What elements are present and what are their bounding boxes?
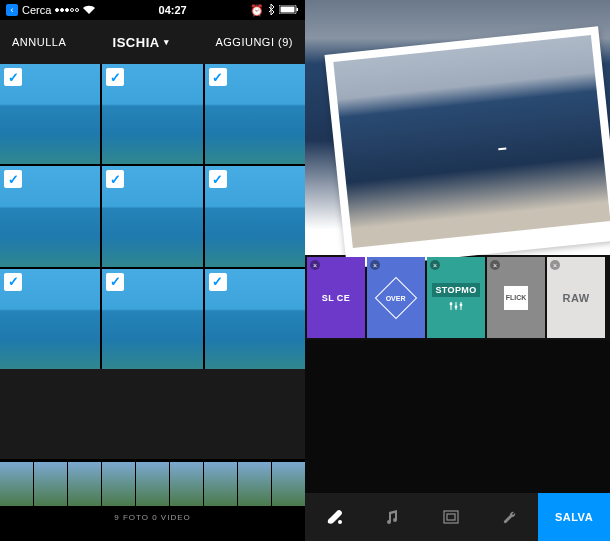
paint-icon[interactable] [305,508,363,526]
filter-tile-over[interactable]: × OVER [367,257,425,338]
filter-tile-raw[interactable]: × RAW [547,257,605,338]
phone-left: ‹ Cerca 04:27 ⏰ ANNULLA ISCHIA ▾ AGGIUNG [0,0,305,541]
wrench-icon[interactable] [480,509,538,525]
empty-space [0,369,305,459]
close-icon[interactable]: × [370,260,380,270]
svg-point-7 [455,305,458,308]
photo-cell[interactable]: ✓ [102,269,202,369]
preview-photo [333,35,610,248]
album-title-dropdown[interactable]: ISCHIA ▾ [113,35,170,50]
save-button[interactable]: SALVA [538,493,610,541]
strip-thumb[interactable] [136,462,169,506]
frame-icon[interactable] [422,510,480,524]
wifi-icon [83,4,95,16]
battery-icon [279,4,299,16]
check-icon: ✓ [106,170,124,188]
strip-thumb[interactable] [34,462,67,506]
check-icon: ✓ [209,170,227,188]
filter-row: × SL CE × OVER × STOPMO × FLICK × RAW [305,255,610,340]
svg-point-6 [450,302,453,305]
photo-cell[interactable]: ✓ [102,166,202,266]
photo-grid: ✓ ✓ ✓ ✓ ✓ ✓ ✓ ✓ ✓ [0,64,305,369]
close-icon[interactable]: × [550,260,560,270]
svg-rect-2 [296,8,298,11]
photo-cell[interactable]: ✓ [0,269,100,369]
status-time: 04:27 [159,4,187,16]
diamond-icon: OVER [375,276,417,318]
footer-count: 9 FOTO 0 VIDEO [0,509,305,528]
back-chevron-icon[interactable]: ‹ [6,4,18,16]
filter-tile-slice[interactable]: × SL CE [307,257,365,338]
close-icon[interactable]: × [430,260,440,270]
add-button[interactable]: AGGIUNGI (9) [215,36,293,48]
photo-cell[interactable]: ✓ [0,64,100,164]
photo-frame [325,26,610,269]
music-icon[interactable] [363,509,421,525]
thumbnail-strip[interactable] [0,459,305,509]
back-label[interactable]: Cerca [22,4,51,16]
preview-area[interactable] [305,0,610,255]
check-icon: ✓ [4,170,22,188]
photo-cell[interactable]: ✓ [205,166,305,266]
strip-thumb[interactable] [102,462,135,506]
phone-right: × SL CE × OVER × STOPMO × FLICK × RAW [305,0,610,541]
check-icon: ✓ [106,68,124,86]
svg-rect-1 [280,7,294,13]
check-icon: ✓ [106,273,124,291]
strip-thumb[interactable] [272,462,305,506]
status-bar: ‹ Cerca 04:27 ⏰ [0,0,305,20]
check-icon: ✓ [209,68,227,86]
album-title: ISCHIA [113,35,160,50]
photo-cell[interactable]: ✓ [205,269,305,369]
photo-cell[interactable]: ✓ [102,64,202,164]
close-icon[interactable]: × [490,260,500,270]
strip-thumb[interactable] [204,462,237,506]
photo-cell[interactable]: ✓ [0,166,100,266]
sliders-icon [449,301,463,313]
chevron-down-icon: ▾ [164,37,170,47]
photo-cell[interactable]: ✓ [205,64,305,164]
svg-point-8 [460,303,463,306]
workspace-gap [305,340,610,493]
svg-rect-11 [447,514,455,520]
close-icon[interactable]: × [310,260,320,270]
strip-thumb[interactable] [238,462,271,506]
bluetooth-icon [268,4,275,17]
alarm-icon: ⏰ [250,4,264,17]
check-icon: ✓ [4,273,22,291]
bottom-toolbar: SALVA [305,493,610,541]
strip-thumb[interactable] [68,462,101,506]
filter-tile-flick[interactable]: × FLICK [487,257,545,338]
strip-thumb[interactable] [170,462,203,506]
check-icon: ✓ [4,68,22,86]
svg-point-9 [338,520,342,524]
signal-icon [55,8,79,12]
navbar: ANNULLA ISCHIA ▾ AGGIUNGI (9) [0,20,305,64]
strip-thumb[interactable] [0,462,33,506]
svg-rect-10 [444,511,458,523]
flick-box: FLICK [504,286,528,310]
check-icon: ✓ [209,273,227,291]
filter-tile-stopmo[interactable]: × STOPMO [427,257,485,338]
cancel-button[interactable]: ANNULLA [12,36,66,48]
